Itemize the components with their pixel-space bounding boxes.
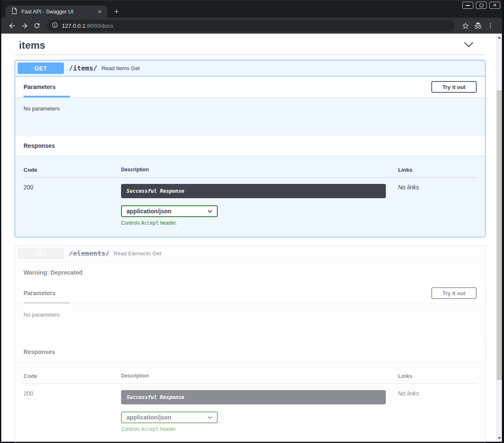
try-it-out-button[interactable]: Try it out	[431, 81, 477, 93]
deprecated-warning: Warning: Deprecated	[15, 262, 485, 283]
tab-close-icon[interactable]: ✕	[96, 8, 103, 16]
try-it-out-button[interactable]: Try it out	[431, 287, 477, 299]
browser-toolbar: 127.0.0.1:8000/docs	[1, 18, 502, 34]
links-column-header: Links	[398, 373, 477, 379]
browser-menu-button[interactable]	[484, 19, 497, 32]
tag-section-header[interactable]: items	[15, 36, 486, 55]
browser-window: Fast API - Swagger UI ✕ + ✕ 127	[0, 0, 504, 443]
method-badge: GET	[18, 63, 64, 74]
responses-header: Responses	[15, 342, 485, 362]
operation-get-items: GET /items/ Read Items Get Parameters Tr…	[15, 60, 486, 237]
parameters-title: Parameters	[24, 290, 55, 296]
accept-note-prefix: Controls	[121, 426, 141, 432]
accept-note-suffix: header.	[159, 426, 177, 432]
links-column-header: Links	[398, 167, 477, 173]
minimize-button[interactable]	[462, 2, 473, 9]
maximize-icon	[480, 4, 483, 7]
accept-note-code: Accept	[141, 426, 159, 432]
accept-note-prefix: Controls	[121, 220, 141, 226]
description-column-header: Description	[121, 167, 398, 173]
site-info-icon[interactable]	[52, 22, 58, 29]
minimize-icon	[466, 5, 470, 6]
parameters-header: Parameters Try it out	[15, 76, 485, 97]
url-text: 127.0.0.1:8000/docs	[62, 23, 113, 29]
url-path: :8000/docs	[85, 23, 113, 29]
page-scrollbar[interactable]	[496, 34, 502, 442]
media-type-value: application/json	[127, 208, 172, 215]
scroll-down-button[interactable]	[496, 435, 502, 441]
operation-path: /elements/	[69, 249, 109, 257]
parameters-title: Parameters	[24, 84, 55, 90]
responses-table-header: Code Description Links	[24, 368, 477, 384]
response-description-box: Successful Response	[121, 184, 386, 198]
accept-header-note: Controls Accept header.	[121, 426, 398, 432]
window-controls: ✕	[462, 2, 500, 9]
responses-table-header: Code Description Links	[24, 162, 477, 178]
response-description-box: Successful Response	[121, 390, 386, 404]
reload-button[interactable]	[31, 19, 43, 32]
response-links: No links	[398, 184, 477, 226]
response-code: 200	[24, 390, 121, 432]
close-button[interactable]: ✕	[489, 2, 500, 9]
address-bar[interactable]: 127.0.0.1:8000/docs	[47, 20, 455, 31]
responses-table: Code Description Links 200 Successful Re…	[15, 362, 485, 443]
swagger-ui: items GET /items/ Read Items Get Paramet…	[1, 34, 496, 443]
responses-table: Code Description Links 200 Successful Re…	[15, 156, 485, 237]
back-button[interactable]	[5, 19, 18, 32]
media-type-select[interactable]: application/json	[121, 412, 218, 423]
bookmark-star-button[interactable]	[459, 19, 472, 32]
forward-button[interactable]	[18, 19, 31, 32]
operation-get-elements-deprecated: GET /elements/ Read Elements Get Warning…	[15, 245, 486, 443]
active-tab-underline	[24, 302, 70, 304]
close-icon: ✕	[493, 3, 496, 8]
page-content: items GET /items/ Read Items Get Paramet…	[1, 34, 502, 442]
accept-header-note: Controls Accept header.	[121, 220, 398, 226]
parameters-header: Parameters Try it out	[15, 283, 485, 304]
scroll-up-icon	[498, 37, 501, 39]
response-code: 200	[24, 184, 121, 226]
chevron-down-icon	[208, 416, 212, 419]
media-type-select[interactable]: application/json	[121, 205, 218, 217]
collapse-chevron-icon[interactable]	[464, 42, 474, 49]
accept-note-code: Accept	[141, 220, 159, 226]
response-row: 200 Successful Response application/json…	[24, 384, 477, 432]
description-column-header: Description	[121, 373, 398, 379]
scroll-up-button[interactable]	[496, 34, 502, 40]
response-row: 200 Successful Response application/json…	[24, 178, 477, 226]
page-favicon-icon	[11, 8, 17, 16]
new-tab-button[interactable]: +	[111, 7, 121, 17]
operation-description: Read Elements Get	[113, 250, 161, 257]
code-column-header: Code	[24, 167, 121, 173]
no-parameters-text: No parameters	[15, 304, 485, 342]
responses-header: Responses	[15, 136, 485, 156]
responses-title: Responses	[24, 142, 55, 149]
tag-title: items	[19, 39, 45, 51]
media-type-value: application/json	[127, 414, 172, 421]
operation-path: /items/	[69, 64, 97, 72]
scrollbar-thumb[interactable]	[497, 90, 502, 380]
tab-title: Fast API - Swagger UI	[21, 9, 92, 15]
incognito-icon	[472, 19, 484, 32]
tag-divider	[15, 55, 486, 55]
maximize-button[interactable]	[476, 2, 487, 9]
no-parameters-text: No parameters	[15, 97, 485, 136]
accept-note-suffix: header.	[159, 220, 177, 226]
code-column-header: Code	[24, 373, 121, 379]
browser-tab[interactable]: Fast API - Swagger UI ✕	[5, 5, 107, 18]
scroll-down-icon	[498, 437, 501, 439]
active-tab-underline	[24, 96, 70, 97]
operation-summary[interactable]: GET /elements/ Read Elements Get	[15, 246, 485, 262]
responses-title: Responses	[24, 349, 55, 355]
operation-summary[interactable]: GET /items/ Read Items Get	[15, 60, 485, 76]
chevron-down-icon	[208, 210, 212, 213]
operation-description: Read Items Get	[101, 65, 140, 71]
tab-bar: Fast API - Swagger UI ✕ + ✕	[1, 0, 502, 18]
response-links: No links	[398, 390, 477, 432]
method-badge: GET	[18, 248, 64, 259]
url-host: 127.0.0.1	[62, 23, 85, 29]
